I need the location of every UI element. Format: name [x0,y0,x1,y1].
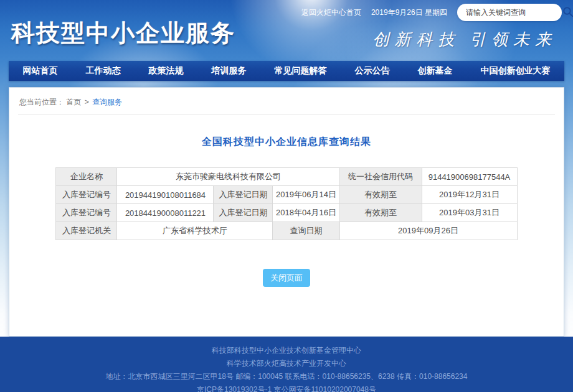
table-label-cell: 有效期至 [339,186,422,204]
footer-line-3: 地址：北京市西城区三里河二区甲18号 邮编：100045 联系电话：010-88… [0,370,573,383]
table-value-cell: 2019年06月14日 [273,186,339,204]
nav-item-7[interactable]: 创新基金 [415,65,455,77]
search-button[interactable] [562,6,573,19]
table-value-cell: 东莞市骏豪电线科技有限公司 [117,168,339,186]
nav-item-2[interactable]: 工作动态 [83,65,123,77]
site-slogan: 创新科技 引领未来 [373,29,557,50]
table-label-cell: 统一社会信用代码 [339,168,422,186]
table-label-cell: 入库登记机关 [56,222,117,240]
table-value-cell: 广东省科学技术厅 [117,222,273,240]
close-page-button[interactable]: 关闭页面 [263,269,310,287]
breadcrumb-separator: > [85,98,89,106]
breadcrumb-home-link[interactable]: 首页 [66,98,81,106]
nav-item-4[interactable]: 培训服务 [209,65,249,77]
table-value-cell: 2018年04月16日 [273,204,339,222]
main-nav: 网站首页工作动态政策法规培训服务常见问题解答公示公告创新基金中国创新创业大赛 [9,61,564,81]
magnifier-icon [562,6,573,19]
nav-item-6[interactable]: 公示公告 [353,65,392,77]
breadcrumb-prefix: 您当前位置： [19,98,64,106]
nav-item-5[interactable]: 常见问题解答 [272,65,329,77]
search-input[interactable] [466,8,562,17]
table-label-cell: 入库登记编号 [56,204,117,222]
footer-line-4: 京ICP备13019302号-1 京公网安备11010202007048号 [0,383,573,392]
query-result-table: 企业名称东莞市骏豪电线科技有限公司统一社会信用代码914419006981775… [55,167,517,240]
table-value-cell: 201844190008011221 [117,204,214,222]
table-value-cell: 91441900698177544A [422,168,517,186]
table-row: 企业名称东莞市骏豪电线科技有限公司统一社会信用代码914419006981775… [56,168,517,186]
table-label-cell: 入库登记编号 [56,186,117,204]
table-row: 入库登记编号201944190108011684入库登记日期2019年06月14… [56,186,517,204]
table-label-cell: 企业名称 [56,168,117,186]
footer: 科技部科技型中小企业技术创新基金管理中心科学技术部火炬高技术产业开发中心地址：北… [0,337,573,392]
result-title: 全国科技型中小企业信息库查询结果 [9,136,564,149]
table-label-cell: 入库登记日期 [214,186,273,204]
topbar: 返回火炬中心首页 2019年9月26日 星期四 [301,0,573,25]
nav-item-1[interactable]: 网站首页 [21,65,60,77]
table-row: 入库登记编号201844190008011221入库登记日期2018年04月16… [56,204,517,222]
content-panel: 您当前位置： 首页 > 查询服务 全国科技型中小企业信息库查询结果 企业名称东莞… [9,87,564,337]
page-root: 返回火炬中心首页 2019年9月26日 星期四 科技型中小企业服务 创新科技 引… [0,0,573,392]
breadcrumb-divider [18,114,555,114]
table-label-cell: 入库登记日期 [214,204,273,222]
search-box[interactable] [457,4,562,21]
table-body: 企业名称东莞市骏豪电线科技有限公司统一社会信用代码914419006981775… [56,168,517,240]
table-row: 入库登记机关广东省科学技术厅查询日期2019年09月26日 [56,222,517,240]
torch-center-home-link[interactable]: 返回火炬中心首页 [301,7,361,18]
footer-line-2: 科学技术部火炬高技术产业开发中心 [0,357,573,370]
table-value-cell: 2019年12月31日 [422,186,517,204]
nav-item-8[interactable]: 中国创新创业大赛 [478,65,553,77]
breadcrumb-current-link[interactable]: 查询服务 [92,98,122,106]
table-value-cell: 2019年09月26日 [339,222,517,240]
site-title: 科技型中小企业服务 [11,17,235,49]
table-value-cell: 2019年03月31日 [422,204,517,222]
nav-item-3[interactable]: 政策法规 [146,65,186,77]
breadcrumb: 您当前位置： 首页 > 查询服务 [9,88,564,114]
footer-line-1: 科技部科技型中小企业技术创新基金管理中心 [0,344,573,357]
table-label-cell: 查询日期 [273,222,339,240]
table-value-cell: 201944190108011684 [117,186,214,204]
current-date: 2019年9月26日 星期四 [371,7,447,18]
table-label-cell: 有效期至 [339,204,422,222]
